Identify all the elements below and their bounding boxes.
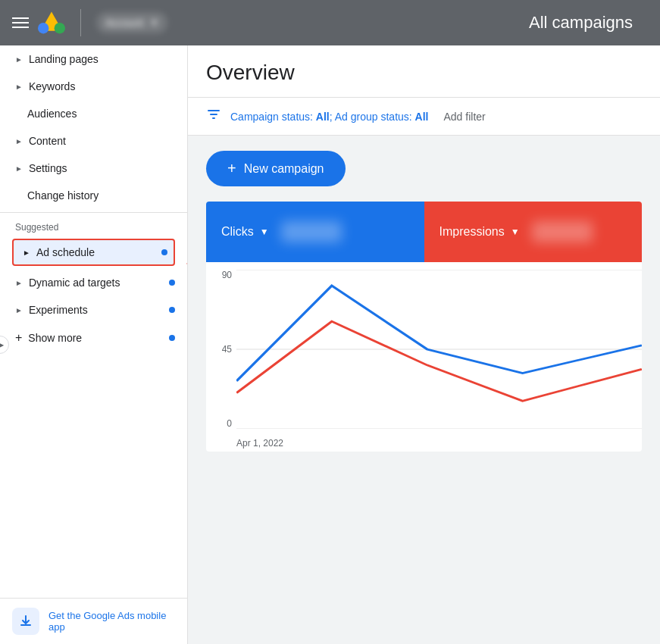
clicks-line: [236, 286, 642, 381]
notification-dot: [169, 335, 175, 341]
sidebar-item-audiences[interactable]: Audiences: [0, 100, 187, 127]
impressions-value: [532, 221, 593, 242]
filter-icon[interactable]: [206, 107, 221, 126]
impressions-metric-bar[interactable]: Impressions ▼: [424, 202, 643, 262]
sidebar-item-label: Experiments: [29, 304, 88, 316]
expand-arrow-icon: ►: [15, 83, 23, 91]
mobile-app-banner[interactable]: Get the Google Ads mobile app: [0, 598, 187, 644]
y-label-90: 90: [222, 270, 232, 280]
clicks-label: Clicks: [221, 225, 254, 239]
expand-arrow-icon: ►: [15, 306, 23, 314]
line-chart: 90 45 0: [206, 262, 642, 452]
sidebar-item-experiments[interactable]: ► Experiments: [0, 296, 187, 324]
sidebar: ▶ ► Landing pages ► Keywords Audiences ►…: [0, 45, 188, 644]
plus-icon: +: [15, 331, 22, 345]
sidebar-item-keywords[interactable]: ► Keywords: [0, 73, 187, 100]
content-header: Overview: [188, 45, 660, 98]
topbar-divider: [80, 9, 81, 36]
clicks-dropdown-arrow: ▼: [260, 227, 269, 237]
impressions-dropdown-arrow: ▼: [511, 227, 520, 237]
content-title: Overview: [206, 61, 642, 85]
sidebar-item-ad-schedule[interactable]: ► Ad schedule: [12, 239, 175, 266]
sidebar-item-label: Keywords: [29, 80, 75, 92]
sidebar-nav: ► Landing pages ► Keywords Audiences ► C…: [0, 45, 187, 598]
sidebar-item-label: Audiences: [27, 108, 77, 120]
sidebar-item-dynamic-ad-targets[interactable]: ► Dynamic ad targets: [0, 269, 187, 296]
content-area: Overview Campaign status: All; Ad group …: [188, 45, 660, 644]
expand-arrow-icon: ►: [15, 279, 23, 287]
main-layout: ▶ ► Landing pages ► Keywords Audiences ►…: [0, 45, 660, 644]
account-name: Account: [105, 17, 144, 29]
sidebar-item-change-history[interactable]: Change history: [0, 182, 187, 209]
ad-group-status-value: All: [415, 111, 429, 123]
mobile-app-icon: [12, 608, 39, 635]
sidebar-item-label: Show more: [28, 332, 82, 344]
chart-x-label: Apr 1, 2022: [236, 438, 283, 449]
notification-dot: [169, 280, 175, 286]
new-campaign-button[interactable]: + New campaign: [206, 151, 346, 186]
clicks-value: [281, 221, 342, 242]
filter-bar: Campaign status: All; Ad group status: A…: [188, 98, 660, 136]
svg-rect-4: [20, 624, 31, 626]
sidebar-item-label: Content: [29, 135, 66, 147]
ad-group-separator: ; Ad group status:: [330, 111, 415, 123]
sidebar-item-settings[interactable]: ► Settings: [0, 155, 187, 182]
clicks-metric-bar[interactable]: Clicks ▼: [206, 202, 424, 262]
expand-arrow-icon: ►: [15, 164, 23, 173]
new-campaign-label: New campaign: [244, 162, 324, 176]
sidebar-item-content[interactable]: ► Content: [0, 127, 187, 155]
content-body: + New campaign Clicks ▼ Impressions ▼: [188, 136, 660, 644]
mobile-app-label: Get the Google Ads mobile app: [48, 610, 175, 633]
sidebar-item-label: Ad schedule: [36, 246, 95, 258]
notification-dot: [161, 249, 167, 255]
chart-svg-area: [236, 270, 642, 429]
y-label-0: 0: [227, 418, 232, 429]
sidebar-item-show-more[interactable]: + Show more: [0, 324, 187, 352]
campaign-status-label: Campaign status:: [230, 111, 316, 123]
impressions-label: Impressions: [439, 225, 505, 239]
svg-point-2: [38, 23, 48, 33]
metric-bars: Clicks ▼ Impressions ▼: [206, 202, 642, 262]
svg-point-1: [55, 23, 65, 33]
google-ads-logo: [38, 9, 65, 36]
hamburger-menu[interactable]: [12, 17, 29, 28]
sidebar-item-label: Landing pages: [29, 53, 99, 65]
expand-arrow-icon: ►: [23, 249, 30, 257]
annotation-arrow: [180, 242, 188, 278]
campaign-status-value: All: [316, 111, 330, 123]
expand-arrow-icon: ►: [15, 55, 23, 64]
sidebar-item-label: Change history: [27, 189, 99, 202]
account-dropdown-arrow: ▼: [150, 17, 159, 28]
sidebar-item-landing-pages[interactable]: ► Landing pages: [0, 45, 187, 73]
suggested-section-label: Suggested: [0, 216, 187, 236]
plus-icon: +: [227, 160, 236, 177]
sidebar-item-label: Settings: [29, 162, 67, 174]
add-filter-button[interactable]: Add filter: [443, 111, 485, 123]
notification-dot: [169, 307, 175, 313]
filter-text[interactable]: Campaign status: All; Ad group status: A…: [230, 111, 428, 123]
expand-arrow-icon: ►: [15, 137, 23, 145]
y-label-45: 45: [222, 344, 232, 355]
page-title: All campaigns: [529, 13, 633, 33]
account-selector[interactable]: Account ▼: [96, 12, 167, 33]
chart-y-axis: 90 45 0: [206, 270, 236, 429]
sidebar-divider: [0, 212, 187, 213]
sidebar-item-label: Dynamic ad targets: [29, 277, 120, 289]
chart-container: Clicks ▼ Impressions ▼ 90 45 0: [206, 202, 642, 452]
topbar: Account ▼ All campaigns: [0, 0, 660, 45]
impressions-line: [236, 321, 642, 401]
